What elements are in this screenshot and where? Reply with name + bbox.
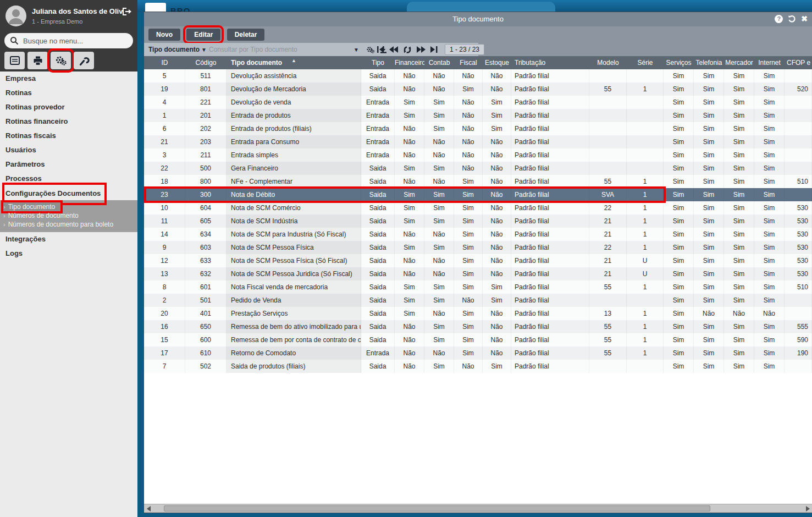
logout-icon[interactable] — [122, 7, 132, 16]
column-header-estoque[interactable]: Estoque — [483, 56, 511, 69]
cell-codigo: 634 — [185, 228, 227, 241]
column-header-tributacao[interactable]: Tributação — [511, 56, 589, 69]
sidebar-subitem-tipo-documento[interactable]: ›Tipo documento — [0, 202, 137, 211]
table-row[interactable]: 22500Gera FinanceiroSaidaSimSimNãoNãoPad… — [144, 162, 812, 175]
sidebar-subitem-numeros-de-documento-para-boleto[interactable]: ›Números de documento para boleto — [0, 220, 137, 229]
window-titlebar[interactable]: Tipo documento ? ✖ — [144, 12, 812, 26]
deletar-button[interactable]: Deletar — [227, 29, 265, 41]
sidebar-submenu: ›Tipo documento›Números de documento›Núm… — [0, 200, 137, 232]
cell-serie: 1 — [627, 82, 664, 96]
table-row[interactable]: 2501Pedido de VendaSaidaSimSimNãoSimPadr… — [144, 294, 812, 307]
column-header-id[interactable]: ID — [144, 56, 185, 69]
next-page-icon[interactable] — [417, 46, 426, 53]
refresh-icon[interactable] — [403, 46, 412, 54]
novo-button[interactable]: Novo — [148, 29, 180, 41]
table-row[interactable]: 15600Remessa de bem por conta de contrat… — [144, 333, 812, 346]
column-header-serie[interactable]: Série — [627, 56, 664, 69]
cell-estoque: Não — [483, 162, 511, 175]
cell-cfop — [785, 96, 812, 109]
filter-search-input[interactable] — [209, 46, 351, 53]
table-row[interactable]: 3211Entrada simplesEntradaNãoNãoNãoNãoPa… — [144, 148, 812, 162]
column-header-tipo-documento[interactable]: Tipo documento▲ — [227, 56, 361, 69]
cell-servicos: Sim — [664, 148, 694, 162]
scroll-right-icon[interactable] — [803, 504, 812, 513]
scrollbar-thumb[interactable] — [164, 505, 710, 512]
column-header-fiscal[interactable]: Fiscal — [454, 56, 483, 69]
sidebar-item-processos[interactable]: Processos — [0, 172, 137, 186]
filter-entity-dropdown[interactable]: Tipo documento — [148, 46, 200, 53]
column-header-cfop-e[interactable]: CFOP e — [785, 56, 812, 69]
search-input[interactable] — [23, 37, 122, 45]
sidebar-item-parametros[interactable]: Parâmetros — [0, 157, 137, 172]
table-row[interactable]: 16650Remessa de bem do ativo imobilizado… — [144, 320, 812, 333]
column-header-codigo[interactable]: Código — [185, 56, 227, 69]
tab-print[interactable] — [27, 52, 48, 69]
tab-list-panel[interactable] — [4, 52, 25, 69]
cell-id: 12 — [144, 254, 185, 267]
tab-settings[interactable] — [51, 52, 71, 69]
cell-contab: Sim — [424, 241, 454, 254]
sidebar-item-label: Parâmetros — [5, 160, 45, 168]
table-row[interactable]: 19801Devolução de MercadoriaSaidaNãoNãoS… — [144, 82, 812, 96]
table-header[interactable]: IDCódigoTipo documento▲TipoFinanceiroCon… — [144, 56, 812, 69]
table-row[interactable]: 7502Saida de produtos (filiais)SaidaNãoS… — [144, 360, 812, 373]
sidebar-item-rotinas-financeiro[interactable]: Rotinas financeiro — [0, 114, 137, 129]
menu-search[interactable] — [4, 33, 133, 48]
table-row[interactable]: 20401Prestação ServiçosSaidaSimNãoSimNão… — [144, 307, 812, 320]
column-header-mercador[interactable]: Mercador — [724, 56, 754, 69]
cell-cfop: 590 — [785, 333, 812, 346]
horizontal-scrollbar[interactable] — [144, 504, 812, 513]
last-page-icon[interactable] — [430, 46, 438, 53]
editar-button[interactable]: Editar — [186, 29, 220, 41]
filter-chevron-down-icon[interactable]: ▼ — [353, 47, 359, 53]
scroll-left-icon[interactable] — [144, 504, 153, 513]
sidebar-item-rotinas-fiscais[interactable]: Rotinas fiscais — [0, 129, 137, 143]
table-row[interactable]: 4221Devolução de vendaEntradaSimSimNãoSi… — [144, 96, 812, 109]
table-row[interactable]: 13632Nota de SCM Pessoa Juridica (Só Fis… — [144, 267, 812, 280]
cell-nome: Entrada de produtos — [227, 109, 361, 122]
table-row[interactable]: 8601Nota Fiscal venda de mercadoriaSaida… — [144, 280, 812, 294]
cell-nome: Devolução de venda — [227, 96, 361, 109]
prev-page-icon[interactable] — [389, 46, 398, 53]
column-header-servicos[interactable]: Serviços — [664, 56, 694, 69]
table-row-selected[interactable]: 23300Nota de DébitoSaidaSimSimSimNãoPadr… — [144, 188, 812, 201]
column-header-tipo[interactable]: Tipo — [361, 56, 395, 69]
table-row[interactable]: 11605Nota de SCM IndústriaSaidaSimSimSim… — [144, 215, 812, 228]
first-page-icon[interactable] — [377, 46, 384, 53]
column-header-internet[interactable]: Internet — [754, 56, 785, 69]
sidebar-item-logs[interactable]: Logs — [0, 246, 137, 261]
column-header-contab[interactable]: Contab — [424, 56, 454, 69]
cell-codigo: 601 — [185, 280, 227, 294]
sidebar-item-integracoes[interactable]: Integrações — [0, 232, 137, 246]
cell-mercador: Sim — [724, 215, 754, 228]
sidebar-item-rotinas[interactable]: Rotinas — [0, 86, 137, 100]
history-undo-icon[interactable] — [788, 15, 796, 23]
table-row[interactable]: 17610Retorno de ComodatoEntradaNãoNãoSim… — [144, 346, 812, 360]
table-row[interactable]: 9603Nota de SCM Pessoa FísicaSaidaSimSim… — [144, 241, 812, 254]
column-header-financeiro[interactable]: Financeiro — [395, 56, 424, 69]
table-row[interactable]: 10604Nota de SCM ComércioSaidaSimSimSimN… — [144, 201, 812, 215]
sidebar-item-usuarios[interactable]: Usuários — [0, 143, 137, 157]
sidebar-item-configuracoes-documentos[interactable]: Configurações Documentos — [0, 186, 137, 200]
table-row[interactable]: 12633Nota de SCM Pessoa Física (Só Fisca… — [144, 254, 812, 267]
cell-telefonia: Sim — [694, 267, 724, 280]
cell-tributacao: Padrão filial — [511, 122, 589, 135]
cell-modelo — [589, 69, 627, 82]
sidebar-item-rotinas-provedor[interactable]: Rotinas provedor — [0, 100, 137, 114]
table-row[interactable]: 21203Entrada para ConsumoEntradaNãoNãoNã… — [144, 135, 812, 148]
column-header-modelo[interactable]: Modelo — [589, 56, 627, 69]
help-icon[interactable]: ? — [775, 15, 783, 23]
cell-internet: Sim — [754, 201, 785, 215]
sidebar-subitem-numeros-de-documento[interactable]: ›Números de documento — [0, 211, 137, 220]
column-header-telefonia[interactable]: Telefonia — [694, 56, 724, 69]
close-icon[interactable]: ✖ — [801, 15, 808, 23]
table-row[interactable]: 14634Nota de SCM para Industria (Só Fisc… — [144, 228, 812, 241]
table-row[interactable]: 6202Entrada de produtos (filiais)Entrada… — [144, 122, 812, 135]
sidebar-item-empresa[interactable]: Empresa — [0, 72, 137, 86]
table-row[interactable]: 5511Devolução assistênciaSaidaNãoNãoNãoN… — [144, 69, 812, 82]
sidebar-item-label: Rotinas — [5, 89, 32, 97]
tab-tools[interactable] — [74, 52, 94, 69]
table-row[interactable]: 18800NFe - ComplementarSaidaNãoNãoSimNão… — [144, 175, 812, 188]
filter-settings-icon[interactable] — [366, 46, 375, 54]
table-row[interactable]: 1201Entrada de produtosEntradaSimSimNãoS… — [144, 109, 812, 122]
